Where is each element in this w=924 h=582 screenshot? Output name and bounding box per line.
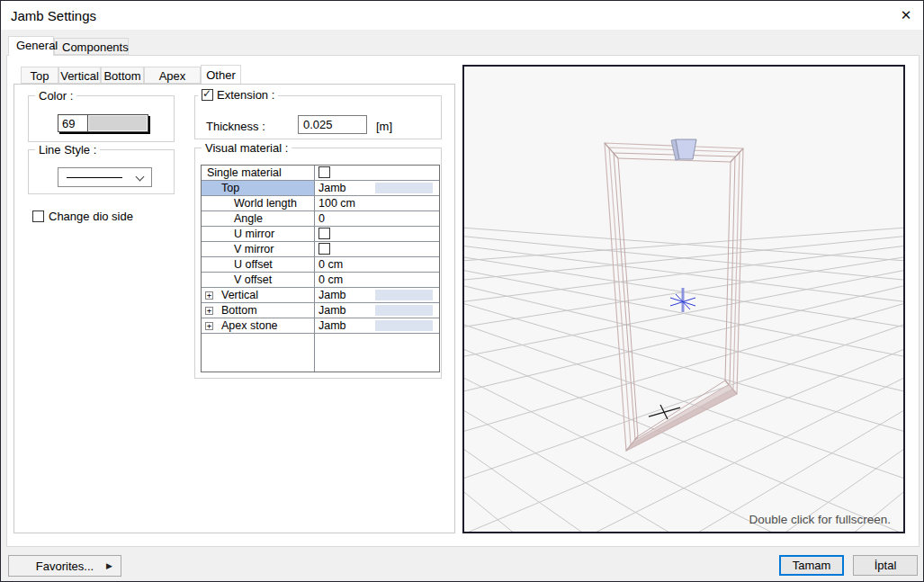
3d-preview-viewport[interactable]: Double click for fullscreen. <box>462 65 905 533</box>
thickness-input[interactable] <box>298 115 367 134</box>
subtab-top[interactable]: Top <box>21 67 58 84</box>
line-style-sample <box>67 177 122 178</box>
preview-scene: Double click for fullscreen. <box>464 67 903 532</box>
color-number-field[interactable]: 69 <box>58 115 88 131</box>
table-row-u-offset[interactable]: U offset 0 cm <box>202 257 439 273</box>
axis-gizmo-icon <box>670 288 695 312</box>
extension-checkbox[interactable]: ✓ <box>202 89 213 101</box>
favorites-button[interactable]: Favorites... ▶ <box>8 555 121 577</box>
color-swatch[interactable] <box>88 115 148 131</box>
thickness-unit-label: [m] <box>376 120 392 133</box>
tab-general[interactable]: General <box>8 36 54 56</box>
line-style-group: Line Style : <box>28 149 175 194</box>
jamb-settings-dialog: Jamb Settings ✕ General Components Top V… <box>0 0 924 582</box>
subtab-apex-stone[interactable]: Apex stone <box>144 67 201 84</box>
v-mirror-checkbox[interactable] <box>318 243 330 255</box>
table-row-v-mirror[interactable]: V mirror <box>202 242 439 257</box>
visual-material-group-label: Visual material : <box>202 141 292 155</box>
subtab-other[interactable]: Other <box>201 65 241 84</box>
color-group-label: Color : <box>35 89 76 103</box>
subtab-vertical[interactable]: Vertical <box>58 67 101 84</box>
color-picker[interactable]: 69 <box>58 114 148 132</box>
line-style-dropdown[interactable] <box>58 167 152 187</box>
fullscreen-hint: Double click for fullscreen. <box>749 513 891 526</box>
material-swatch[interactable] <box>375 290 433 300</box>
table-row-vertical[interactable]: + Vertical Jamb <box>202 288 439 303</box>
table-row-top[interactable]: - Top Jamb <box>202 181 439 196</box>
titlebar: Jamb Settings ✕ <box>1 1 923 30</box>
apex-stone <box>671 139 696 160</box>
visual-material-group: Visual material : Single material - Top … <box>194 148 442 379</box>
change-dio-side-checkbox[interactable] <box>32 210 44 222</box>
material-swatch[interactable] <box>375 183 433 193</box>
color-group: Color : 69 <box>28 95 175 142</box>
thickness-label: Thickness : <box>206 120 265 133</box>
change-dio-side: Change dio side <box>32 209 133 223</box>
extension-label: Extension : <box>217 88 274 102</box>
table-row-angle[interactable]: Angle 0 <box>202 211 439 227</box>
close-icon[interactable]: ✕ <box>896 6 916 24</box>
u-mirror-checkbox[interactable] <box>318 228 330 239</box>
change-dio-side-label: Change dio side <box>49 210 133 223</box>
ok-button[interactable]: Tamam <box>779 555 844 576</box>
table-row-apex-stone[interactable]: + Apex stone Jamb <box>202 318 439 334</box>
extension-group: ✓ Extension : Thickness : [m] <box>194 95 442 139</box>
table-row-u-mirror[interactable]: U mirror <box>202 227 439 242</box>
cancel-button[interactable]: İptal <box>853 555 918 576</box>
material-swatch[interactable] <box>375 320 433 331</box>
tab-components[interactable]: Components <box>54 38 129 55</box>
line-style-group-label: Line Style : <box>35 143 100 157</box>
table-row-single-material[interactable]: Single material <box>202 166 439 181</box>
table-row-bottom[interactable]: + Bottom Jamb <box>202 303 439 318</box>
material-swatch[interactable] <box>375 305 433 316</box>
chevron-down-icon <box>136 173 145 182</box>
table-row-world-length[interactable]: World length 100 cm <box>202 196 439 211</box>
subtab-bottom[interactable]: Bottom <box>101 67 144 84</box>
single-material-checkbox[interactable] <box>318 166 330 178</box>
window-title: Jamb Settings <box>11 8 96 23</box>
menu-arrow-icon: ▶ <box>106 561 112 570</box>
floor-grid <box>464 201 903 532</box>
table-row-v-offset[interactable]: V offset 0 cm <box>202 273 439 288</box>
visual-material-table: Single material - Top Jamb World length … <box>201 165 440 372</box>
